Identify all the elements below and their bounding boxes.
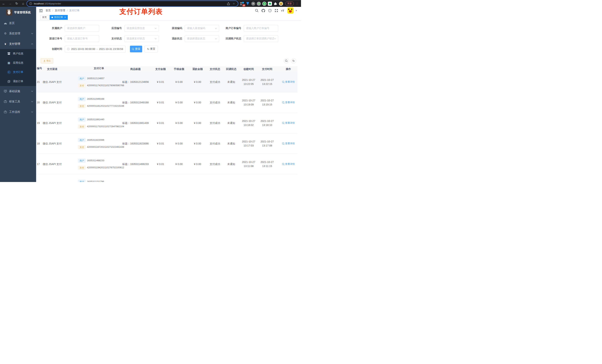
filter-label-create-time: 创建时间	[41, 47, 65, 51]
filter-label-app: 应用编号	[100, 27, 124, 30]
cell-channel: 微信 JSAPI 支付	[42, 92, 62, 113]
merchant-tag: 商户	[78, 77, 86, 81]
table-row[interactable]: 20 微信 JSAPI 支付 商户 1635311949168 支付 42000…	[36, 92, 298, 113]
view-detail-link[interactable]: 查看详情	[282, 142, 295, 146]
table-row[interactable]: 17 微信 JSAPI 支付 商户 1635311468233 支付 42000…	[36, 154, 298, 174]
sidebar-item-pay-order[interactable]: ¥ 支付订单	[0, 68, 36, 77]
view-detail-link[interactable]: 查看详情	[282, 121, 295, 125]
extension-badge: 10	[242, 4, 245, 7]
cell-title: 标题：1635311881439	[120, 113, 151, 133]
forward-icon[interactable]: →	[8, 2, 12, 6]
cell-actions: 查看详情	[276, 154, 301, 174]
merchant-select[interactable]: 请选择所属商户	[65, 25, 99, 32]
reload-icon[interactable]: ↻	[15, 2, 19, 6]
github-icon[interactable]	[262, 9, 265, 12]
magnifier-icon	[282, 142, 285, 145]
sidebar-item-infra[interactable]: 基础设施	[0, 86, 36, 96]
col-pay-order: 支付订单	[62, 66, 120, 72]
date-range-picker[interactable]: 2021-10-01 00:00:00 - 2021-10-31 23:59:5…	[65, 46, 126, 52]
back-icon[interactable]: ←	[2, 2, 6, 6]
extension-y-icon[interactable]: y	[262, 2, 266, 6]
cell-channel: 微信 JSAPI 支付	[42, 133, 62, 154]
sidebar-item-workflow[interactable]: 工作流程	[0, 107, 36, 117]
tag-pay-order[interactable]: 支付订单 ✕	[50, 15, 68, 20]
filter-label-pay-status: 支付状态	[100, 37, 124, 40]
cell-pay-amount: ¥ 0.01	[151, 113, 170, 133]
user-avatar[interactable]	[287, 7, 294, 14]
table-row[interactable]: 18 微信 JSAPI 支付 商户 1635311823086 支付 42000…	[36, 133, 298, 154]
search-icon[interactable]	[255, 9, 258, 12]
table-row[interactable]: 21 微信 JSAPI 支付 商户 1635312124657 支付 42000…	[36, 72, 298, 92]
close-tag-icon[interactable]: ✕	[64, 16, 66, 19]
profile-emoji-icon[interactable]	[279, 2, 283, 6]
extensions-puzzle-icon[interactable]	[273, 2, 278, 6]
app-select[interactable]: 请选择应用信息	[124, 25, 159, 32]
select-arrow-icon	[215, 28, 217, 29]
app-title: 芋道管理系统	[14, 11, 31, 14]
breadcrumb-pay[interactable]: 支付管理	[55, 9, 65, 12]
tag-home[interactable]: 首页	[40, 15, 49, 20]
channel-order-no-input[interactable]: 请输入渠道订单号	[65, 35, 99, 42]
search-button[interactable]: 搜索	[130, 46, 142, 52]
breadcrumb-home[interactable]: 首页	[45, 9, 51, 12]
table-row[interactable]: 19 微信 JSAPI 支付 商户 1635311881440 支付 42000…	[36, 113, 298, 133]
view-detail-link[interactable]: 查看详情	[282, 80, 295, 84]
cell-id	[36, 174, 42, 182]
channel-code-select[interactable]: 请输入渠道编码	[185, 25, 219, 32]
extension-blocks-icon[interactable]: 10	[240, 2, 244, 6]
help-icon[interactable]: ?	[268, 9, 272, 12]
reset-button[interactable]: ↻ 重置	[145, 46, 158, 52]
tags-view-bar: 首页 支付订单 ✕	[36, 14, 301, 21]
app-logo[interactable]: 芋道管理系统	[0, 7, 36, 18]
collapse-sidebar-icon[interactable]	[39, 9, 43, 12]
avatar-caret-icon[interactable]: ▼	[295, 10, 297, 12]
merchant-order-no-input[interactable]: 请输入商户订单编号	[244, 25, 278, 32]
pay-status-select[interactable]: 请选择支付状态	[124, 35, 159, 42]
site-info-icon[interactable]	[29, 2, 32, 5]
page-title-annotation: 支付订单列表	[119, 7, 163, 16]
sidebar-item-home[interactable]: 首页	[0, 18, 36, 28]
home-icon[interactable]: ⌂	[21, 2, 25, 6]
export-button[interactable]: 导出	[41, 58, 53, 63]
sidebar-item-pay[interactable]: ¥ 支付管理	[0, 39, 36, 49]
table-row[interactable]: 商户 1635311151796	[36, 174, 298, 182]
cell-pay-status	[207, 174, 223, 182]
address-bar[interactable]: localhost:1024/pay/order ☆	[27, 1, 238, 6]
sidebar-item-devtools[interactable]: 研发工具	[0, 96, 36, 107]
bookmark-star-icon[interactable]: ☆	[233, 2, 235, 5]
refund-status-select[interactable]: 请选择退款状态	[185, 35, 219, 42]
notify-status-select[interactable]: 请选择订单回调商户状态	[244, 35, 278, 42]
extension-dot-icon[interactable]	[257, 2, 261, 6]
share-icon[interactable]	[227, 2, 230, 5]
cell-refund-amount	[188, 174, 207, 182]
cell-refund-amount: ¥ 0.00	[188, 72, 207, 92]
font-size-icon[interactable]: ᴛT	[281, 9, 284, 12]
cell-pay-amount: ¥ 0.01	[151, 154, 170, 174]
date-end: 2021-10-31 23:59:59	[99, 48, 123, 51]
sidebar-item-app-info[interactable]: ▦ 应用信息	[0, 58, 36, 68]
view-detail-link[interactable]: 查看详情	[282, 100, 295, 104]
cell-pay-time: 2021-10-2713:18:10	[258, 113, 276, 133]
sidebar-item-refund-order[interactable]: 退款订单	[0, 77, 36, 86]
pay-submenu: 商户信息 ▦ 应用信息 ¥ 支付订单 退款订单	[0, 49, 36, 86]
cell-fee-amount: ¥ 0.00	[170, 72, 188, 92]
chrome-update-button[interactable]: 更新	[285, 1, 294, 6]
toggle-search-button[interactable]	[284, 58, 289, 63]
extension-gem-icon[interactable]	[246, 2, 250, 6]
cell-channel: 微信 JSAPI 支付	[42, 154, 62, 174]
cell-actions: 查看详情	[276, 92, 301, 113]
sidebar-item-system[interactable]: ⚙ 系统管理	[0, 28, 36, 39]
refresh-table-button[interactable]: ↻	[291, 58, 296, 63]
browser-menu-icon[interactable]: ⋮	[296, 2, 298, 5]
extension-command-icon[interactable]: ⌘	[251, 2, 255, 6]
sidebar-item-merchant-info[interactable]: 商户信息	[0, 49, 36, 58]
view-detail-link[interactable]: 查看详情	[282, 162, 295, 166]
cell-fee-amount: ¥ 0.00	[170, 133, 188, 154]
cell-create-time: 2021-10-2713:17:03	[239, 133, 258, 154]
cell-create-time	[239, 174, 258, 182]
cell-pay-time: 2021-10-2713:19:15	[258, 92, 276, 113]
col-pay-status: 支付状态	[207, 66, 223, 72]
cell-refund-amount: ¥ 0.00	[188, 133, 207, 154]
fullscreen-icon[interactable]	[275, 9, 278, 12]
extension-chat-icon[interactable]	[268, 2, 272, 6]
